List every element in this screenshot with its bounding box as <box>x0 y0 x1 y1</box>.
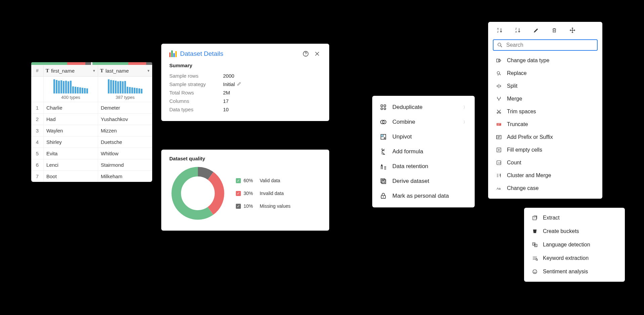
sort-asc-button[interactable]: AZ <box>496 26 504 35</box>
xform-item-split[interactable]: Split <box>488 80 602 92</box>
cell-last-name: Duetsche <box>98 136 152 148</box>
sort-desc-button[interactable]: ZA <box>514 26 522 35</box>
svg-point-21 <box>498 43 501 46</box>
edit-button[interactable] <box>532 26 541 35</box>
op-item-deduplicate[interactable]: Deduplicate 〉 <box>372 100 475 115</box>
submenu-label: Language detection <box>543 242 590 248</box>
xform-item-prefix[interactable]: Add Prefix or Suffix <box>488 131 602 144</box>
cell-first-name: Had <box>43 114 98 125</box>
fill-icon <box>496 147 502 153</box>
cell-last-name: Demeter <box>98 102 152 113</box>
dropdown-icon[interactable]: ▼ <box>92 69 96 73</box>
cell-last-name: Yushachkov <box>98 114 152 125</box>
trim-icon <box>496 108 502 115</box>
cell-last-name: Stairmond <box>98 159 152 170</box>
summary-row-total-rows: Total Rows2M <box>169 88 321 97</box>
svg-rect-6 <box>384 105 386 107</box>
help-icon[interactable] <box>302 50 310 58</box>
svg-rect-12 <box>381 134 383 137</box>
xform-item-count[interactable]: 12Count <box>488 156 602 169</box>
table-row[interactable]: 5 Evita Whitlow <box>31 148 152 159</box>
op-item-personal[interactable]: Mark as personal data <box>372 189 475 203</box>
svg-rect-32 <box>533 216 536 220</box>
xform-item-truncate[interactable]: Truncate <box>488 118 602 131</box>
unpivot-icon <box>380 133 387 141</box>
cell-last-name: Whitlow <box>98 148 152 159</box>
svg-point-38 <box>533 270 537 274</box>
submenu-label: Extract <box>543 215 560 221</box>
svg-text:12: 12 <box>498 161 501 164</box>
transform-submenu: ExtractCreate buckets文ALanguage detectio… <box>524 208 625 282</box>
svg-point-1 <box>305 55 306 55</box>
quality-heading: Dataset quality <box>169 156 321 161</box>
column-name: first_name <box>51 68 75 74</box>
edit-icon[interactable] <box>237 81 242 87</box>
xform-label: Replace <box>507 70 527 76</box>
xform-item-trim[interactable]: Trim spaces <box>488 105 602 118</box>
truncate-icon <box>496 121 502 128</box>
legend-missing[interactable]: ✓ 10% Missing values <box>236 203 291 209</box>
brand-icon <box>169 50 177 57</box>
row-index: 6 <box>31 159 43 170</box>
table-row[interactable]: 1 Charlie Demeter <box>31 102 152 113</box>
table-row[interactable]: 6 Lenci Stairmond <box>31 159 152 170</box>
row-index: 5 <box>31 148 43 159</box>
column-header-first-name[interactable]: T first_name ▼ <box>43 65 98 76</box>
count-icon: 12 <box>496 159 502 166</box>
xform-item-replace[interactable]: Replace <box>488 67 602 80</box>
xform-item-cluster[interactable]: Cluster and Merge <box>488 169 602 182</box>
op-label: Unpivot <box>392 133 412 140</box>
table-row[interactable]: 4 Shirley Duetsche <box>31 136 152 148</box>
search-field[interactable] <box>493 39 598 51</box>
xform-item-fill[interactable]: Fill empty cells <box>488 144 602 156</box>
row-index: 2 <box>31 114 43 125</box>
submenu-item-extract[interactable]: Extract <box>524 211 625 225</box>
close-icon[interactable] <box>313 50 321 58</box>
cell-first-name: Lenci <box>43 159 98 170</box>
extract-icon <box>531 214 538 221</box>
row-index: 1 <box>31 102 43 113</box>
legend-invalid[interactable]: ✓ 30% Invalid data <box>236 191 291 196</box>
table-row[interactable]: 7 Boot Milkeham <box>31 170 152 182</box>
op-item-formula[interactable]: Add formula <box>372 144 475 159</box>
op-item-combine[interactable]: Combine 〉 <box>372 115 475 129</box>
column-header-last-name[interactable]: T last_name ▼ <box>98 65 152 76</box>
chevron-right-icon: 〉 <box>463 105 467 110</box>
histogram-first-name: 400 types <box>43 77 98 102</box>
search-input[interactable] <box>506 42 594 48</box>
svg-text:Aa: Aa <box>497 187 501 190</box>
submenu-label: Create buckets <box>543 228 579 234</box>
xform-item-merge[interactable]: Merge <box>488 92 602 105</box>
row-index: 3 <box>31 125 43 136</box>
personal-icon <box>380 192 387 200</box>
submenu-item-buckets[interactable]: Create buckets <box>524 225 625 238</box>
delete-button[interactable] <box>550 26 559 35</box>
dropdown-icon[interactable]: ▼ <box>147 69 150 73</box>
table-row[interactable]: 2 Had Yushachkov <box>31 113 152 125</box>
cell-first-name: Boot <box>43 171 98 182</box>
legend-label: Missing values <box>260 203 291 209</box>
op-item-unpivot[interactable]: Unpivot <box>372 129 475 144</box>
summary-heading: Summary <box>169 63 321 68</box>
submenu-item-language[interactable]: 文ALanguage detection <box>524 238 625 251</box>
op-item-retention[interactable]: Data retention <box>372 159 475 174</box>
legend-valid[interactable]: ✓ 60% Valid data <box>236 178 291 183</box>
op-label: Derive dataset <box>392 178 429 185</box>
summary-row-columns: Columns17 <box>169 97 321 105</box>
buckets-icon <box>531 228 538 235</box>
cell-first-name: Shirley <box>43 136 98 148</box>
data-table-panel: # T first_name ▼ T last_name ▼ 400 types… <box>31 62 152 182</box>
svg-text:文: 文 <box>533 243 535 245</box>
submenu-item-sentiment[interactable]: Sentiment analysis <box>524 265 625 278</box>
table-row[interactable]: 3 Waylen Mizzen <box>31 125 152 136</box>
sentiment-icon <box>531 268 538 275</box>
svg-point-40 <box>535 271 536 272</box>
submenu-item-keyword[interactable]: Keyword extraction <box>524 251 625 265</box>
xform-item-case[interactable]: AaChange case <box>488 182 602 195</box>
svg-point-23 <box>497 72 500 74</box>
op-label: Add formula <box>392 148 423 155</box>
histogram-last-name: 387 types <box>98 77 152 102</box>
xform-item-datatype[interactable]: Change data type <box>488 54 602 67</box>
op-item-derive[interactable]: Derive dataset <box>372 174 475 189</box>
move-button[interactable] <box>568 26 577 35</box>
